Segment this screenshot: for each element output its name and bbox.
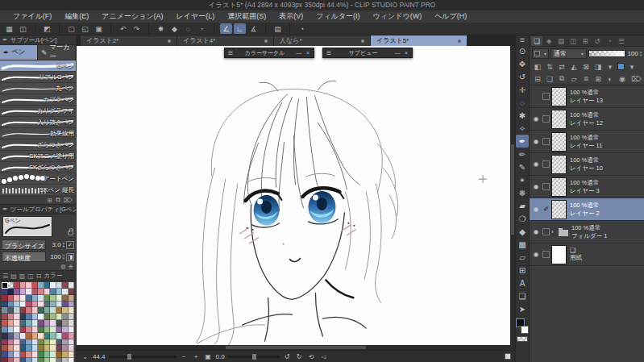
color-swatch[interactable] — [69, 307, 75, 314]
change-palette-color-icon[interactable]: ◧ — [533, 63, 542, 71]
snap-to-special-ruler-icon[interactable]: ∟ — [234, 23, 246, 34]
layer-row[interactable]: 100 %通常レイヤー 13 — [530, 85, 644, 108]
color-swatch[interactable] — [56, 320, 63, 327]
layer-color-swatch[interactable] — [617, 63, 625, 70]
color-swatch[interactable] — [44, 327, 51, 333]
fill-tool[interactable]: ◆ — [516, 225, 529, 238]
color-swatch[interactable] — [56, 295, 63, 302]
blend-mode-dropdown[interactable]: 通常▾ — [551, 48, 587, 59]
transparent-color-swatch[interactable] — [517, 336, 528, 342]
color-swatch[interactable] — [20, 295, 27, 302]
color-swatch[interactable] — [50, 302, 56, 308]
layer-visibility-eye-icon[interactable]: ◉ — [531, 206, 541, 213]
brush-item-6[interactable]: 入り抜きペン — [0, 117, 76, 128]
color-swatch[interactable] — [26, 314, 32, 320]
color-swatch[interactable] — [20, 358, 27, 362]
color-swatch[interactable] — [20, 345, 27, 352]
snap-to-grid-icon[interactable]: ∡ — [247, 23, 260, 34]
layer-checkbox[interactable] — [542, 251, 550, 258]
color-swatch[interactable] — [69, 302, 75, 308]
color-swatch[interactable] — [56, 289, 63, 295]
menu-item-3[interactable]: アニメーション(A) — [95, 11, 169, 22]
layer-row[interactable]: ◉100 %通常レイヤー 11 — [530, 131, 644, 153]
color-swatch[interactable] — [69, 339, 75, 346]
close-icon[interactable]: × — [403, 50, 409, 56]
color-swatch[interactable] — [44, 333, 51, 339]
color-swatch[interactable] — [2, 307, 8, 314]
color-swatch[interactable] — [38, 314, 44, 320]
color-swatch[interactable] — [62, 333, 69, 339]
color-swatch[interactable] — [44, 320, 51, 327]
color-swatch[interactable] — [38, 282, 44, 289]
color-swatch[interactable] — [2, 339, 8, 346]
dynamics-button[interactable]: ◨ — [66, 253, 74, 261]
palette-menu-icon[interactable]: ☰ — [227, 50, 234, 56]
create-mask-icon[interactable]: ◐ — [605, 75, 615, 83]
color-swatch[interactable] — [32, 282, 39, 289]
help-icon[interactable]: ◔ — [296, 23, 308, 34]
color-swatch[interactable] — [38, 307, 44, 314]
color-swatch[interactable] — [2, 320, 8, 327]
menu-item-9[interactable]: ヘルプ(H) — [428, 11, 473, 22]
open-file-icon[interactable]: ◱ — [79, 23, 91, 34]
color-swatch[interactable] — [26, 339, 32, 346]
color-swatch[interactable] — [56, 314, 63, 320]
colorset-tab-2-icon[interactable]: ▥ — [19, 273, 26, 280]
color-swatch[interactable] — [38, 302, 44, 308]
color-swatch[interactable] — [32, 358, 39, 362]
snap-to-ruler-icon[interactable]: ∠ — [220, 23, 232, 34]
color-swatch[interactable] — [62, 345, 69, 352]
new-folder-icon[interactable]: ▱ — [569, 75, 579, 83]
color-swatch[interactable] — [38, 345, 44, 352]
lock-layer-icon[interactable]: ◭ — [569, 63, 579, 71]
color-swatch[interactable] — [20, 320, 27, 327]
color-swatch[interactable] — [2, 333, 8, 339]
color-swatch[interactable] — [8, 289, 15, 295]
color-swatch[interactable] — [50, 327, 56, 333]
color-swatch[interactable] — [56, 307, 63, 314]
eyedropper-tool[interactable]: ✧ — [516, 122, 529, 135]
minimize-icon[interactable]: — — [394, 50, 401, 56]
color-swatch[interactable] — [62, 282, 69, 289]
brush-item-12[interactable]: SKペン 縦長 — [0, 185, 76, 196]
color-swatch[interactable] — [44, 302, 51, 308]
color-swatch[interactable] — [62, 320, 69, 327]
folder-expand-arrow[interactable]: › — [551, 228, 557, 235]
brush-item-5[interactable]: カリグラフィ — [0, 106, 76, 117]
canvas-surface[interactable]: ☰ カラーサークル — × ☰ サブビュー — × — [77, 46, 515, 345]
menu-item-2[interactable]: 編集(E) — [58, 11, 95, 22]
color-swatch[interactable] — [26, 295, 32, 302]
menu-item-1[interactable]: ファイル(F) — [6, 11, 58, 22]
color-swatch[interactable] — [20, 339, 27, 346]
combine-icon[interactable]: ⊞ — [593, 75, 603, 83]
colorset-settings-icon[interactable]: ⊟ — [36, 273, 42, 280]
decoration-tool[interactable]: ❋ — [516, 186, 529, 199]
color-swatch[interactable] — [8, 352, 15, 358]
rotate-canvas-tool[interactable]: ↺ — [516, 70, 529, 83]
rotation-slider[interactable] — [228, 356, 280, 358]
color-swatch[interactable] — [38, 358, 44, 362]
color-swatch[interactable] — [62, 289, 69, 295]
color-swatch[interactable] — [44, 339, 51, 346]
rotation-slider-thumb[interactable] — [252, 354, 256, 360]
color-swatch[interactable] — [8, 345, 15, 352]
color-swatch[interactable] — [62, 302, 69, 308]
color-swatch[interactable] — [32, 314, 39, 320]
color-swatch[interactable] — [14, 327, 20, 333]
selection-launcher-icon[interactable]: ▫ — [196, 23, 208, 34]
color-swatch[interactable] — [32, 320, 39, 327]
color-swatch[interactable] — [50, 295, 56, 302]
vertical-scrollbar[interactable] — [510, 46, 515, 345]
new-file-icon[interactable]: ▢ — [65, 23, 77, 34]
menu-item-4[interactable]: レイヤー(L) — [170, 11, 222, 22]
color-swatch[interactable] — [69, 289, 75, 295]
rotate-cw-icon[interactable]: ↻ — [295, 353, 304, 360]
layer-thumbnail[interactable] — [551, 132, 567, 152]
palette-menu-icon[interactable]: ☰ — [326, 50, 332, 56]
color-swatch[interactable] — [56, 333, 63, 339]
layer-thumbnail[interactable] — [551, 177, 567, 197]
color-swatch[interactable] — [32, 289, 39, 295]
menu-item-5[interactable]: 選択範囲(S) — [221, 11, 272, 22]
brush-item-7[interactable]: 効果線用 — [0, 128, 76, 139]
layer-checkbox[interactable] — [542, 228, 550, 235]
